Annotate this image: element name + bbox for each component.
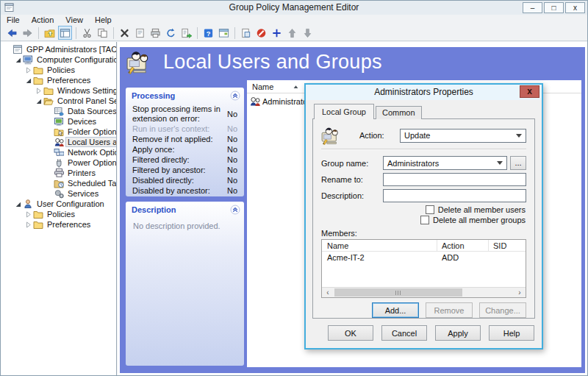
column-header-action[interactable]: Action <box>437 240 489 251</box>
toolbar-export-list-button[interactable] <box>179 26 193 40</box>
cancel-button[interactable]: Cancel <box>381 325 427 341</box>
column-header-sid[interactable]: SID <box>489 240 526 251</box>
tab-local-group[interactable]: Local Group <box>314 104 374 119</box>
tree-item-label: Services <box>66 189 100 198</box>
tree-item-folder-options[interactable]: Folder Options <box>1 127 116 137</box>
toolbar-cut-button[interactable] <box>80 26 94 40</box>
computer-icon <box>23 54 33 65</box>
collapse-chevron-icon[interactable] <box>230 91 240 101</box>
toolbar-properties-button[interactable] <box>133 26 147 40</box>
collapse-chevron-icon[interactable] <box>230 205 240 215</box>
tree-item-windows-settings[interactable]: Windows Settings <box>1 85 116 96</box>
local-users-groups-large-icon <box>126 50 154 74</box>
expander-icon[interactable] <box>24 221 32 229</box>
toolbar-refresh-button[interactable] <box>164 26 178 40</box>
expander-spacer <box>45 190 53 198</box>
toolbar-paste-button[interactable] <box>239 26 253 40</box>
expander-icon[interactable] <box>24 66 32 74</box>
help-button[interactable]: Help <box>489 325 534 341</box>
tree-item-preferences[interactable]: Preferences <box>1 219 116 230</box>
tree-item-policies[interactable]: Policies <box>1 209 116 219</box>
tree-item-policies[interactable]: Policies <box>1 65 116 75</box>
tree-item-label: Policies <box>46 65 76 74</box>
tree-item-printers[interactable]: Printers <box>1 168 116 178</box>
expander-spacer <box>45 118 53 126</box>
tree-item-user-configuration[interactable]: User Configuration <box>1 199 116 209</box>
tree-item-services[interactable]: Services <box>1 188 116 199</box>
members-table: NameActionSID Acme-IT-2ADD ‹ › <box>321 239 526 298</box>
expander-icon[interactable] <box>14 56 22 64</box>
menu-view[interactable]: View <box>60 15 89 24</box>
column-header-name[interactable]: Name <box>322 240 437 251</box>
action-row: Action: Update <box>321 126 526 145</box>
tree-item-power-options[interactable]: Power Options <box>1 157 116 168</box>
expander-icon[interactable] <box>24 210 32 219</box>
cut-icon <box>82 27 93 39</box>
toolbar-back-button[interactable] <box>5 26 19 40</box>
toolbar-help-button[interactable]: ? <box>201 26 215 40</box>
tree-item-data-sources[interactable]: Data Sources <box>1 106 116 116</box>
description-input[interactable] <box>383 189 526 202</box>
rename-to-input[interactable] <box>383 173 526 186</box>
toolbar-print-button[interactable] <box>148 26 162 40</box>
tree-item-devices[interactable]: Devices <box>1 116 116 127</box>
checkbox-label: Delete all member groups <box>433 216 526 224</box>
expander-icon[interactable] <box>14 200 22 208</box>
menu-help[interactable]: Help <box>89 15 118 24</box>
expander-icon[interactable] <box>35 97 43 105</box>
members-table-header[interactable]: NameActionSID <box>322 240 526 252</box>
toolbar-forward-button[interactable] <box>21 26 35 40</box>
toolbar-show-console-tree-button[interactable] <box>58 26 72 40</box>
processing-row-label: Filtered by ancestor: <box>132 166 223 175</box>
action-value: Update <box>404 131 430 140</box>
ok-button[interactable]: OK <box>328 325 373 341</box>
toolbar-move-up-button[interactable] <box>285 26 299 40</box>
menu-action[interactable]: Action <box>26 15 60 24</box>
toolbar-delete-button[interactable] <box>118 26 132 40</box>
tree-item-local-users-and-groups[interactable]: Local Users and Groups <box>1 137 116 147</box>
toolbar-copy-button[interactable] <box>96 26 110 40</box>
local-users-groups-icon <box>54 137 64 147</box>
toolbar-console-window-button[interactable] <box>217 26 231 40</box>
expander-icon[interactable] <box>24 77 32 85</box>
maximize-button[interactable]: □ <box>544 2 564 13</box>
folder-icon <box>33 219 43 230</box>
tree-item-control-panel-settings[interactable]: Control Panel Settings <box>1 96 116 106</box>
properties-icon <box>135 27 146 39</box>
tree-item-label: Local Users and Groups <box>66 138 117 146</box>
processing-row-value: No <box>227 176 237 185</box>
dialog-close-button[interactable]: x <box>520 85 539 98</box>
scroll-left-icon[interactable]: ‹ <box>322 288 334 297</box>
tab-common[interactable]: Common <box>376 106 422 119</box>
group-name-combobox[interactable]: Administrators <box>383 156 507 170</box>
minimize-button[interactable]: – <box>523 2 542 13</box>
apply-button[interactable]: Apply <box>435 325 481 341</box>
tree-item-gpp-administrators-taco-acm[interactable]: GPP Administrators [TACO.ACM <box>1 44 116 54</box>
title-bar[interactable]: Group Policy Management Editor –□x <box>1 1 587 15</box>
toolbar-no-entry-button[interactable] <box>254 26 268 40</box>
scrollbar-thumb[interactable] <box>334 288 462 297</box>
browse-button[interactable]: ... <box>510 156 526 170</box>
tree-item-scheduled-tasks[interactable]: Scheduled Tasks <box>1 178 116 188</box>
toolbar-add-button[interactable] <box>270 26 284 40</box>
expander-icon[interactable] <box>35 87 43 95</box>
window-title: Group Policy Management Editor <box>1 1 587 15</box>
toolbar-move-down-button[interactable] <box>301 26 315 40</box>
tree-item-computer-configuration[interactable]: Computer Configuration <box>1 54 116 65</box>
scroll-right-icon[interactable]: › <box>514 288 526 297</box>
checkbox-delete-all-member-groups[interactable] <box>420 216 429 224</box>
close-button[interactable]: x <box>565 2 585 13</box>
help-icon: ? <box>203 27 214 39</box>
menu-file[interactable]: File <box>1 15 26 24</box>
add-button[interactable]: Add... <box>372 302 419 318</box>
tree-item-label: Policies <box>46 210 76 219</box>
member-row[interactable]: Acme-IT-2ADD <box>322 252 526 263</box>
dialog-title[interactable]: Administrators Properties <box>306 85 542 100</box>
tree-item-network-options[interactable]: Network Options <box>1 147 116 157</box>
toolbar-up-one-level-button[interactable] <box>43 26 57 40</box>
checkbox-delete-all-member-users[interactable] <box>426 205 434 214</box>
action-combobox[interactable]: Update <box>400 129 526 143</box>
scrollbar-track[interactable] <box>334 288 514 297</box>
tree-item-preferences[interactable]: Preferences <box>1 75 116 85</box>
horizontal-scrollbar[interactable]: ‹ › <box>322 287 526 297</box>
